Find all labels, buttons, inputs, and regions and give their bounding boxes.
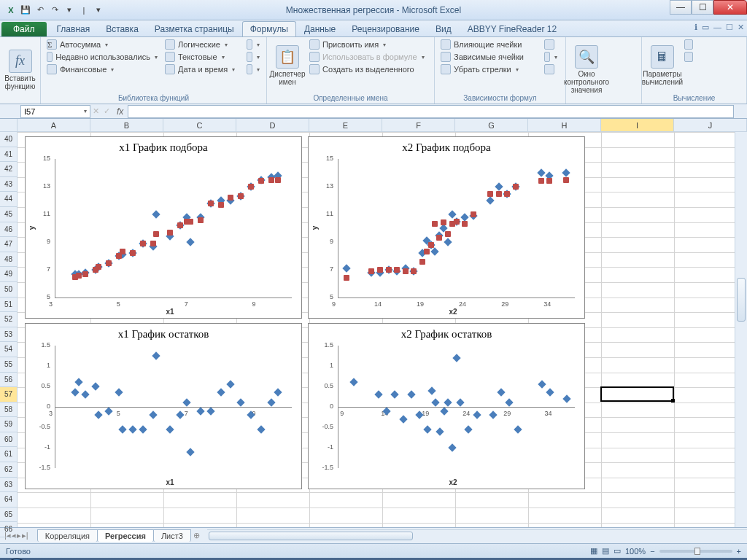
row-header-59[interactable]: 59 bbox=[0, 417, 17, 432]
doc-close-button[interactable]: ✕ bbox=[738, 23, 744, 32]
new-sheet-button[interactable]: ⊕ bbox=[193, 531, 200, 540]
insert-function-button[interactable]: fx Вставить функцию bbox=[3, 39, 37, 101]
row-header-64[interactable]: 64 bbox=[0, 492, 17, 508]
watch-window-button[interactable]: 🔍 Окно контрольного значения bbox=[569, 39, 604, 101]
tab-Разметка страницы[interactable]: Разметка страницы bbox=[147, 21, 242, 36]
trace-dependents-button[interactable]: Зависимые ячейки bbox=[438, 51, 540, 63]
save-button[interactable]: 💾 bbox=[19, 4, 32, 17]
col-header-E[interactable]: E bbox=[309, 119, 382, 131]
sheet-tab-Корреляция[interactable]: Корреляция bbox=[37, 529, 98, 542]
chart-1[interactable]: x2 График подбора91419242934579111315x2y bbox=[308, 136, 585, 319]
name-box[interactable]: I57▾ bbox=[20, 105, 90, 118]
calc-options-button[interactable]: 🖩 Параметры вычислений bbox=[645, 39, 680, 93]
chart-2[interactable]: x1 График остатков3579-1.5-1-0.500.511.5… bbox=[25, 323, 302, 489]
remove-arrows-button[interactable]: Убрать стрелки bbox=[438, 63, 540, 75]
view-break-button[interactable]: ▭ bbox=[614, 546, 621, 556]
row-header-40[interactable]: 40 bbox=[0, 132, 17, 147]
name-manager-button[interactable]: 📋 Диспетчер имен bbox=[270, 39, 305, 93]
column-headers[interactable]: ABCDEFGHIJ bbox=[18, 119, 747, 132]
zoom-in-button[interactable]: + bbox=[737, 547, 741, 556]
row-headers[interactable]: 4041424344454647484950515253545556575859… bbox=[0, 119, 18, 527]
row-header-56[interactable]: 56 bbox=[0, 373, 17, 388]
row-header-61[interactable]: 61 bbox=[0, 447, 17, 462]
col-header-C[interactable]: C bbox=[163, 119, 236, 131]
row-header-52[interactable]: 52 bbox=[0, 312, 17, 327]
vertical-scrollbar[interactable] bbox=[735, 132, 747, 527]
row-header-62[interactable]: 62 bbox=[0, 462, 17, 478]
fx-icon[interactable]: fx bbox=[117, 106, 123, 117]
use-in-formula-button[interactable]: Использовать в формуле bbox=[306, 51, 430, 63]
sheet-tab-Регрессия[interactable]: Регрессия bbox=[97, 529, 154, 542]
tab-Формулы[interactable]: Формулы bbox=[242, 21, 296, 36]
excel-icon[interactable]: X bbox=[4, 4, 18, 17]
zoom-out-button[interactable]: − bbox=[650, 547, 654, 556]
logical-button[interactable]: Логические bbox=[162, 39, 242, 50]
tab-Вид[interactable]: Вид bbox=[427, 21, 460, 36]
tab-next-button[interactable]: ▸ bbox=[17, 531, 21, 540]
col-header-D[interactable]: D bbox=[236, 119, 309, 131]
col-header-J[interactable]: J bbox=[674, 119, 747, 131]
col-header-H[interactable]: H bbox=[528, 119, 601, 131]
define-name-button[interactable]: Присвоить имя bbox=[306, 39, 430, 50]
redo-button[interactable]: ↷ bbox=[48, 4, 61, 17]
tab-Вставка[interactable]: Вставка bbox=[98, 21, 147, 36]
financial-button[interactable]: Финансовые bbox=[44, 63, 160, 75]
qat-more2[interactable]: ▾ bbox=[92, 4, 105, 17]
row-header-54[interactable]: 54 bbox=[0, 342, 17, 357]
row-header-50[interactable]: 50 bbox=[0, 282, 17, 298]
help-button[interactable]: ℹ bbox=[694, 23, 697, 32]
calc-now-button[interactable] bbox=[681, 39, 696, 50]
view-normal-button[interactable]: ▦ bbox=[590, 546, 597, 556]
trace-precedents-button[interactable]: Влияющие ячейки bbox=[438, 39, 540, 50]
row-header-46[interactable]: 46 bbox=[0, 222, 17, 238]
show-formulas-button[interactable] bbox=[541, 39, 560, 50]
create-from-sel-button[interactable]: Создать из выделенного bbox=[306, 63, 430, 75]
maximize-button[interactable]: ☐ bbox=[692, 0, 713, 15]
autosum-button[interactable]: ΣАвтосумма bbox=[44, 39, 160, 50]
row-header-55[interactable]: 55 bbox=[0, 357, 17, 373]
math-button[interactable] bbox=[244, 51, 263, 63]
row-header-63[interactable]: 63 bbox=[0, 478, 17, 493]
undo-button[interactable]: ↶ bbox=[34, 4, 47, 17]
tab-Данные[interactable]: Данные bbox=[296, 21, 344, 36]
file-tab[interactable]: Файл bbox=[1, 22, 47, 36]
recent-button[interactable]: Недавно использовались bbox=[44, 51, 160, 63]
lookup-button[interactable] bbox=[244, 39, 263, 50]
row-header-60[interactable]: 60 bbox=[0, 432, 17, 448]
col-header-F[interactable]: F bbox=[382, 119, 455, 131]
formula-bar[interactable] bbox=[128, 105, 734, 118]
qat-more[interactable]: ▾ bbox=[63, 4, 76, 17]
row-header-44[interactable]: 44 bbox=[0, 192, 17, 207]
row-header-42[interactable]: 42 bbox=[0, 162, 17, 177]
ribbon-min-button[interactable]: ▭ bbox=[702, 23, 709, 32]
row-header-57[interactable]: 57 bbox=[0, 387, 17, 402]
row-header-47[interactable]: 47 bbox=[0, 237, 17, 252]
zoom-slider[interactable] bbox=[659, 550, 732, 553]
zoom-level[interactable]: 100% bbox=[625, 547, 646, 556]
row-header-48[interactable]: 48 bbox=[0, 252, 17, 268]
tab-Рецензирование[interactable]: Рецензирование bbox=[344, 21, 427, 36]
row-header-43[interactable]: 43 bbox=[0, 177, 17, 192]
close-button[interactable]: ✕ bbox=[713, 0, 747, 15]
horizontal-scrollbar[interactable] bbox=[207, 529, 747, 542]
row-header-66[interactable]: 66 bbox=[0, 522, 17, 537]
doc-min-button[interactable]: — bbox=[713, 23, 721, 32]
col-header-I[interactable]: I bbox=[601, 119, 674, 131]
row-header-53[interactable]: 53 bbox=[0, 327, 17, 343]
view-layout-button[interactable]: ▤ bbox=[602, 546, 609, 556]
datetime-button[interactable]: Дата и время bbox=[162, 63, 242, 75]
evaluate-button[interactable] bbox=[541, 63, 560, 75]
morefn-button[interactable] bbox=[244, 63, 263, 75]
chart-3[interactable]: x2 График остатков91419242934-1.5-1-0.50… bbox=[308, 323, 585, 489]
chart-0[interactable]: x1 График подбора3579579111315x1y bbox=[25, 136, 302, 319]
row-header-49[interactable]: 49 bbox=[0, 267, 17, 282]
row-header-45[interactable]: 45 bbox=[0, 207, 17, 222]
select-all-button[interactable] bbox=[0, 119, 17, 132]
text-button[interactable]: Текстовые bbox=[162, 51, 242, 63]
sheet-tab-Лист3[interactable]: Лист3 bbox=[153, 529, 191, 542]
calc-sheet-button[interactable] bbox=[681, 51, 696, 63]
grid[interactable]: x1 График подбора3579579111315x1yx2 Граф… bbox=[18, 132, 747, 527]
tab-Главная[interactable]: Главная bbox=[49, 21, 98, 36]
row-header-58[interactable]: 58 bbox=[0, 402, 17, 418]
row-header-51[interactable]: 51 bbox=[0, 298, 17, 313]
